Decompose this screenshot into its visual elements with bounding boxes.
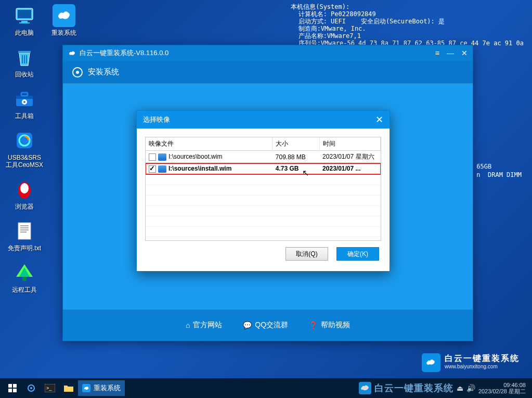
system-info-text: 本机信息(System): 计算机名: Pe0228092849 启动方式: U… [291,3,524,47]
svg-rect-19 [13,384,17,388]
desktop-icon-browser[interactable]: 浏览器 [6,178,43,210]
taskbar-terminal-icon[interactable]: >_ [41,380,59,396]
bird-icon [68,49,76,57]
desktop-icon-this-pc[interactable]: 此电脑 [6,4,43,36]
tray-icon[interactable]: ⏏ [457,384,463,392]
desktop-icon-label: 远程工具 [12,286,37,293]
desktop-icon-remote[interactable]: 远程工具 [6,261,43,293]
desktop-icon-disclaimer[interactable]: 免责声明.txt [6,220,43,252]
footer-link-qq[interactable]: 💬QQ交流群 [243,320,288,330]
dialog-title: 选择映像 [143,115,170,124]
minimize-button[interactable]: — [447,49,454,57]
tab-install[interactable]: 安装系统 [88,67,119,77]
col-size[interactable]: 大小 [273,137,319,151]
select-image-dialog: 选择映像 ✕ 映像文件 大小 时间 I:\sources\boot.wim 70… [136,110,390,272]
brand-logo: 白云一键重装系统 www.baiyunxitong.com [422,353,520,372]
svg-rect-7 [21,93,28,96]
footer-link-help[interactable]: ❓帮助视频 [309,320,350,330]
app-title: 白云一键重装系统-V8.116.0.0 [80,48,168,58]
dialog-close-button[interactable]: ✕ [375,114,383,125]
hardware-snippet: 65GB n DRAM DIMM [476,162,522,179]
desktop-icon-toolbox[interactable]: 工具箱 [6,87,43,120]
desktop-icon-label: 工具箱 [15,112,34,120]
svg-rect-18 [8,384,12,388]
app-titlebar[interactable]: 白云一键重装系统-V8.116.0.0 ≡ — ✕ [63,45,473,61]
svg-rect-17 [22,277,27,281]
desktop-icon-recycle-bin[interactable]: 回收站 [6,46,43,78]
start-button[interactable] [3,380,22,396]
menu-button[interactable]: ≡ [435,49,439,57]
help-icon: ❓ [309,321,318,329]
svg-rect-1 [18,10,31,18]
desktop-icon-label: 此电脑 [15,29,34,36]
table-row[interactable]: I:\sources\install.wim 4.73 GB 2023/01/0… [146,163,381,175]
close-button[interactable]: ✕ [461,49,468,57]
table-row[interactable]: I:\sources\boot.wim 709.88 MB 2023/01/07… [146,151,381,163]
image-table[interactable]: 映像文件 大小 时间 I:\sources\boot.wim 709.88 MB… [146,137,381,237]
svg-point-9 [23,101,25,103]
desktop-icon-reinstall[interactable]: 重装系统 [46,4,82,36]
taskbar-brand: 白云一键重装系统 [359,382,453,394]
svg-rect-14 [18,223,31,239]
desktop-icon-label: 回收站 [15,71,34,78]
file-icon [158,153,166,161]
taskbar-app-reinstall[interactable]: 重装系统 [78,380,125,396]
desktop-icon-label: USB3&SRS 工具CeoMSX [6,154,43,169]
cancel-button[interactable]: 取消(Q) [286,247,328,261]
taskbar[interactable]: >_ 重装系统 白云一键重装系统 ⏏ 🔊 09:46:08 2023/02/28… [0,378,532,398]
col-file[interactable]: 映像文件 [146,137,273,151]
ring-icon [72,67,83,78]
taskbar-hw-icon[interactable] [22,380,41,396]
brand-name: 白云一键重装系统 [445,354,520,363]
app-footer: ⌂官方网站 💬QQ交流群 ❓帮助视频 [63,310,473,341]
svg-rect-20 [8,389,12,392]
tray-volume-icon[interactable]: 🔊 [466,384,475,392]
svg-point-23 [30,387,32,389]
svg-rect-2 [21,21,28,22]
dialog-titlebar[interactable]: 选择映像 ✕ [137,111,390,129]
svg-point-13 [20,183,29,194]
brand-url: www.baiyunxitong.com [445,363,520,371]
home-icon: ⌂ [186,321,190,329]
svg-rect-3 [19,22,30,23]
row-checkbox[interactable] [149,165,156,173]
desktop-icon-label: 免责声明.txt [8,245,41,252]
desktop-icon-usb-tool[interactable]: USB3&SRS 工具CeoMSX [6,129,43,169]
desktop-icon-label: 浏览器 [15,203,34,210]
footer-link-site[interactable]: ⌂官方网站 [186,320,222,330]
app-tabbar: 安装系统 [63,61,473,84]
svg-rect-21 [13,389,17,392]
file-icon [158,165,166,173]
row-checkbox[interactable] [149,153,156,161]
svg-text:>_: >_ [46,386,52,391]
col-time[interactable]: 时间 [319,137,380,151]
svg-rect-4 [18,51,31,53]
taskbar-clock[interactable]: 09:46:08 2023/02/28 星期二 [478,382,529,394]
taskbar-folder-icon[interactable] [59,380,78,396]
desktop-icon-label: 重装系统 [51,29,76,36]
chat-icon: 💬 [243,321,252,329]
ok-button[interactable]: 确定(K) [336,247,379,261]
